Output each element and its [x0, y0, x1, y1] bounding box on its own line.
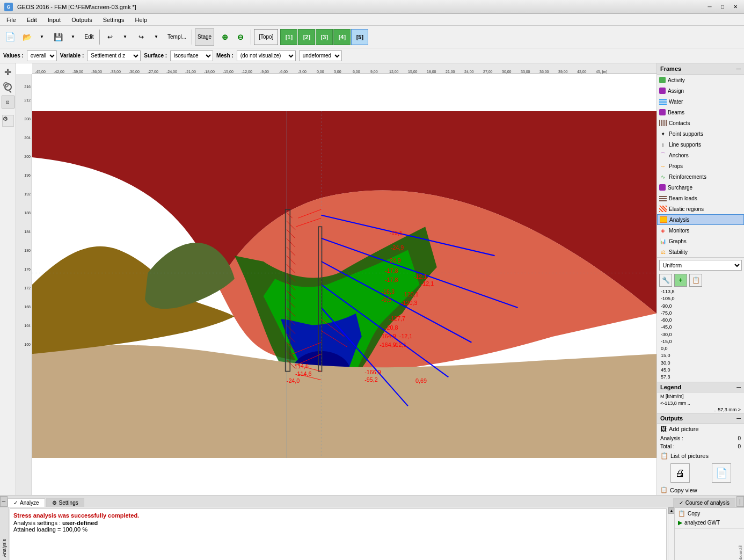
edit-button[interactable]: Edit	[82, 28, 97, 46]
outputs-close[interactable]: ─	[736, 415, 741, 421]
gwt-row[interactable]: ▶ analyzed GWT	[678, 519, 741, 526]
contacts-icon	[659, 120, 667, 126]
scale-label-2: -90,0	[661, 303, 675, 309]
bottom-tabs: ─ ✓ Analyze ⚙ Settings ✓ Course of analy…	[0, 496, 744, 507]
stage-2-button[interactable]: [2]	[298, 29, 315, 45]
frame-surcharge[interactable]: Surcharge	[657, 182, 744, 193]
frame-graphs[interactable]: 📊 Graphs	[657, 236, 744, 246]
undo-dropdown[interactable]: ▼	[118, 28, 133, 46]
svg-text:0,69: 0,69	[415, 377, 427, 384]
redo-button[interactable]: ↪	[134, 28, 149, 46]
frame-point-supports[interactable]: ✦ Point supports	[657, 128, 744, 139]
canvas-area[interactable]: -45,00 -42,00 -39,00 -36,00 -33,00 -30,0…	[16, 63, 657, 495]
frame-stability[interactable]: ⚖ Stability	[657, 246, 744, 257]
frame-activity[interactable]: Activity	[657, 75, 744, 85]
bottom-collapse[interactable]: ─	[0, 496, 8, 507]
menu-help[interactable]: Help	[130, 16, 151, 24]
new-button[interactable]: 📄	[2, 28, 18, 46]
svg-text:-120,3: -120,3	[401, 300, 418, 306]
frame-water[interactable]: Water	[657, 96, 744, 107]
export-pdf-button[interactable]: 📄	[712, 463, 731, 483]
main-content: ✛ ⊡ ⚙ -45,00 -42,00 -39,00 -36,00 -33,00	[0, 63, 744, 560]
bottom-content: Analysis Stress analysis was successfull…	[0, 507, 744, 560]
list-pictures-button[interactable]: 📋 List of pictures	[657, 450, 744, 461]
close-button[interactable]: ✕	[731, 3, 740, 11]
minimize-button[interactable]: ─	[705, 3, 714, 11]
frame-beam-loads[interactable]: Beam loads	[657, 193, 744, 203]
outputs-section: Outputs ─ 🖼 Add picture Analysis : 0 Tot…	[657, 413, 744, 495]
frame-props[interactable]: ↔ Props	[657, 161, 744, 171]
bottom-left-handle[interactable]: Analysis	[0, 507, 9, 560]
menu-outputs[interactable]: Outputs	[67, 16, 97, 24]
add-picture-button[interactable]: 🖼 Add picture	[657, 424, 744, 434]
stability-icon: ⚖	[659, 249, 667, 255]
undo-button[interactable]: ↩	[103, 28, 118, 46]
log-settings-value: user-defined	[62, 520, 98, 526]
tab-course[interactable]: ✓ Course of analysis	[673, 498, 735, 507]
copy-label[interactable]: Copy	[688, 511, 700, 517]
zoom-tool[interactable]	[2, 81, 14, 93]
menu-edit[interactable]: Edit	[23, 16, 41, 24]
play-icon: ▶	[678, 519, 682, 526]
beam-loads-label: Beam loads	[669, 195, 697, 201]
copy-view-button[interactable]: 📋 Copy view	[657, 485, 744, 495]
deform-select[interactable]: undeformed	[299, 50, 342, 61]
stage-1-button[interactable]: [1]	[280, 29, 297, 45]
save-dropdown[interactable]: ▼	[65, 28, 81, 46]
frame-elastic-regions[interactable]: Elastic regions	[657, 203, 744, 214]
bottom-right-collapse[interactable]: │	[736, 496, 744, 507]
frame-line-supports[interactable]: ↕ Line supports	[657, 139, 744, 150]
tab-analyze-icon: ✓	[13, 500, 18, 506]
frame-analysis[interactable]: Analysis	[657, 214, 744, 225]
log-scrollbar[interactable]: ▲ ▼	[668, 507, 674, 560]
redo-dropdown[interactable]: ▼	[149, 28, 164, 46]
frame-beams[interactable]: Beams	[657, 107, 744, 118]
menu-input[interactable]: Input	[43, 16, 65, 24]
frame-anchors[interactable]: ⌒ Anchors	[657, 150, 744, 161]
add-icon[interactable]: +	[674, 274, 687, 287]
wrench-icon[interactable]: 🔧	[659, 274, 672, 287]
print-button[interactable]: 🖨	[670, 463, 690, 483]
tab-analyze[interactable]: ✓ Analyze	[8, 498, 45, 507]
window-controls: ─ □ ✕	[705, 3, 740, 11]
frame-reinforcements[interactable]: ∿ Reinforcements	[657, 171, 744, 182]
menu-file[interactable]: File	[2, 16, 20, 24]
tab-settings[interactable]: ⚙ Settings	[46, 498, 84, 507]
extent-tool[interactable]: ⊡	[2, 96, 14, 108]
frame-assign[interactable]: Assign	[657, 85, 744, 96]
geo-canvas[interactable]: -19,5 -24,9 -24,9 -17,8 -17,8 -16,3 -6,5…	[32, 74, 657, 495]
frame-monitors[interactable]: ◈ Monitors	[657, 225, 744, 236]
zoom-sub-button[interactable]: ⊖	[233, 28, 248, 46]
props-icon: ↔	[659, 163, 667, 169]
export-icon[interactable]: 📋	[689, 274, 702, 287]
pan-tool[interactable]: ✛	[2, 66, 14, 78]
legend-section: Legend ─ M [kNm/m] <-113,8 mm .. .. 57,3…	[657, 382, 744, 413]
menu-settings[interactable]: Settings	[99, 16, 129, 24]
point-supports-icon: ✦	[659, 131, 667, 137]
surface-label: Surface :	[144, 53, 167, 59]
frames-close[interactable]: ─	[736, 65, 741, 72]
zoom-add-button[interactable]: ⊕	[217, 28, 232, 46]
uniform-select[interactable]: Uniform	[659, 260, 742, 271]
mesh-label: Mesh :	[216, 53, 234, 59]
save-button[interactable]: 💾	[50, 28, 65, 46]
legend-title: Legend	[660, 384, 681, 390]
template-button[interactable]: Templ...	[165, 28, 189, 46]
stage-5-button[interactable]: [5]	[351, 29, 368, 45]
mesh-select[interactable]: (do not visualize)	[237, 50, 296, 61]
monitors-icon: ◈	[659, 228, 667, 234]
surcharge-dot	[659, 184, 666, 191]
open-button[interactable]: 📂	[19, 28, 34, 46]
topo-button[interactable]: [Topo]	[254, 29, 278, 45]
maximize-button[interactable]: □	[718, 3, 727, 11]
open-dropdown[interactable]: ▼	[34, 28, 49, 46]
frame-contacts[interactable]: Contacts	[657, 118, 744, 128]
legend-close[interactable]: ─	[736, 384, 741, 390]
variable-select[interactable]: Settlement d z	[87, 50, 141, 61]
values-select[interactable]: overall	[27, 50, 57, 61]
stage-3-button[interactable]: [3]	[316, 29, 333, 45]
stage-4-button[interactable]: [4]	[333, 29, 351, 45]
settings-tool[interactable]: ⚙	[2, 115, 14, 127]
surface-select[interactable]: isosurface	[170, 50, 213, 61]
tab-settings-label: Settings	[59, 500, 78, 506]
